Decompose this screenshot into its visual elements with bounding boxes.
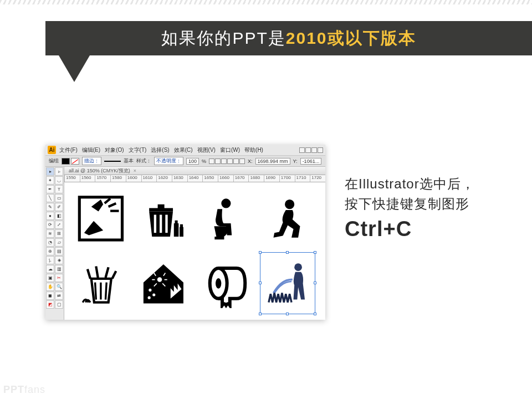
zoom-tool-icon[interactable]: 🔍 <box>55 283 63 291</box>
brush-tool-icon[interactable]: ✎ <box>46 203 54 211</box>
scale-tool-icon[interactable]: ⤢ <box>55 221 63 229</box>
svg-rect-2 <box>160 215 162 233</box>
menu-object[interactable]: 对象(O) <box>104 146 125 154</box>
document-tab-label: all.ai @ 150% (CMYK/预览) <box>69 167 130 175</box>
keyboard-shortcut: Ctrl+C <box>345 217 532 241</box>
line-tool-icon[interactable]: ╲ <box>46 194 54 202</box>
style-label: 样式： <box>136 157 151 165</box>
menu-edit[interactable]: 编辑(E) <box>81 146 101 154</box>
lasso-tool-icon[interactable]: ◡ <box>55 176 63 185</box>
instruction-line-1: 在Illustrator选中后， <box>345 174 532 194</box>
illustrator-canvas <box>64 182 325 320</box>
instruction-line-2: 按下快捷键复制图形 <box>345 194 532 214</box>
fill-swatch-icon[interactable] <box>62 158 70 165</box>
decorative-stripes <box>0 0 532 4</box>
title-bar: 如果你的PPT是2010或以下版本 <box>45 21 532 55</box>
art-trash-bottles-icon[interactable] <box>134 188 193 249</box>
svg-point-6 <box>285 200 295 209</box>
svg-point-9 <box>152 294 155 296</box>
watermark-suffix: Fans <box>24 384 45 395</box>
menu-window[interactable]: 窗口(W) <box>219 146 241 154</box>
stroke-preview-icon <box>104 161 121 162</box>
align-icons[interactable] <box>209 158 245 164</box>
art-toilet-paper-icon[interactable] <box>197 253 256 314</box>
swap-fill-icon[interactable]: ⇄ <box>55 291 63 300</box>
gradient-tool-icon[interactable]: ▤ <box>55 247 63 255</box>
rect-tool-icon[interactable]: ▭ <box>55 194 63 202</box>
stroke-label[interactable]: 描边： <box>82 157 101 165</box>
free-transform-tool-icon[interactable]: ⊞ <box>55 229 63 238</box>
illustrator-options-bar: 编组 描边： 基本 样式： 不透明度： 100 % X: 1698.994 mm… <box>45 156 325 167</box>
fill-stroke-icon[interactable]: ◼ <box>46 291 54 300</box>
title-arrow-icon <box>59 55 90 82</box>
percent: % <box>202 158 206 164</box>
x-label: X: <box>248 158 253 164</box>
instruction-block: 在Illustrator选中后， 按下快捷键复制图形 Ctrl+C <box>345 174 532 241</box>
svg-point-8 <box>149 289 151 291</box>
screen-mode-icon[interactable]: ▢ <box>55 300 63 309</box>
document-tab[interactable]: all.ai @ 150% (CMYK/预览) × <box>64 167 325 175</box>
illustrator-menu-bar: Ai 文件(F) 编辑(E) 对象(O) 文字(T) 选择(S) 效果(C) 视… <box>45 145 325 156</box>
watermark-brand: PPT <box>3 384 24 395</box>
pencil-tool-icon[interactable]: ✐ <box>55 203 63 211</box>
graph-tool-icon[interactable]: ▥ <box>55 265 63 273</box>
width-tool-icon[interactable]: ≋ <box>46 229 54 238</box>
group-label: 编组 <box>49 157 59 165</box>
direct-select-tool-icon[interactable]: ▹ <box>55 167 63 176</box>
svg-point-4 <box>222 198 231 208</box>
close-tab-icon[interactable]: × <box>134 168 136 173</box>
watermark: PPTFans <box>3 384 45 396</box>
menu-select[interactable]: 选择(S) <box>150 146 170 154</box>
symbol-tool-icon[interactable]: ☁ <box>46 265 54 273</box>
svg-rect-5 <box>215 237 224 239</box>
menu-view[interactable]: 视图(V) <box>196 146 217 154</box>
perspective-tool-icon[interactable]: ▱ <box>55 238 63 247</box>
shape-builder-tool-icon[interactable]: ◔ <box>46 238 54 247</box>
horizontal-ruler: 1550156015701580160016101620163016401650… <box>64 175 325 182</box>
opacity-value[interactable]: 100 <box>186 158 199 165</box>
x-value: 1698.994 mm <box>255 158 290 165</box>
art-trash-peel-icon[interactable] <box>71 253 130 314</box>
svg-point-7 <box>157 277 162 282</box>
illustrator-toolbox[interactable]: ▸▹ ✦◡ ✒T ╲▭ ✎✐ ●◧ ⟳⤢ ≋⊞ ◔▱ ⊕▤ ⍼◈ ☁▥ ▣✂ ✋… <box>45 167 64 320</box>
slice-tool-icon[interactable]: ✂ <box>55 274 63 282</box>
menu-file[interactable]: 文件(F) <box>58 146 79 154</box>
basic-label: 基本 <box>124 157 134 165</box>
selection-tool-icon[interactable]: ▸ <box>46 167 54 176</box>
wand-tool-icon[interactable]: ✦ <box>46 176 54 185</box>
y-value: -1061... <box>300 158 322 165</box>
menu-type[interactable]: 文字(T) <box>127 146 148 154</box>
menu-effect[interactable]: 效果(C) <box>173 146 194 154</box>
mesh-tool-icon[interactable]: ⊕ <box>46 247 54 255</box>
eyedropper-tool-icon[interactable]: ⍼ <box>46 256 54 264</box>
art-house-spider-icon[interactable] <box>134 253 193 314</box>
title-highlight: 2010或以下版本 <box>286 29 416 47</box>
art-shoe-hand-icon[interactable] <box>71 188 130 249</box>
color-icon[interactable]: ◩ <box>46 300 54 309</box>
illustrator-logo-icon: Ai <box>48 146 56 154</box>
hand-tool-icon[interactable]: ✋ <box>46 283 54 291</box>
svg-rect-1 <box>154 215 156 233</box>
title-prefix: 如果你的PPT是 <box>161 29 285 47</box>
pen-tool-icon[interactable]: ✒ <box>46 185 54 193</box>
blend-tool-icon[interactable]: ◈ <box>55 256 63 264</box>
menu-quick-icons <box>299 147 323 153</box>
rotate-tool-icon[interactable]: ⟳ <box>46 221 54 229</box>
blob-tool-icon[interactable]: ● <box>46 212 54 220</box>
svg-rect-3 <box>165 215 167 233</box>
artboard-tool-icon[interactable]: ▣ <box>46 274 54 282</box>
svg-point-10 <box>148 296 151 299</box>
y-label: Y: <box>293 158 298 164</box>
selection-bounding-box[interactable] <box>260 252 315 314</box>
type-tool-icon[interactable]: T <box>55 185 63 193</box>
stroke-swatch-icon[interactable] <box>71 158 79 165</box>
menu-help[interactable]: 帮助(H) <box>243 146 264 154</box>
svg-point-12 <box>216 278 221 289</box>
eraser-tool-icon[interactable]: ◧ <box>55 212 63 220</box>
opacity-label[interactable]: 不透明度： <box>154 157 183 165</box>
art-squatting-icon[interactable] <box>259 188 319 249</box>
illustrator-screenshot: Ai 文件(F) 编辑(E) 对象(O) 文字(T) 选择(S) 效果(C) 视… <box>45 145 325 320</box>
art-toilet-sitting-icon[interactable] <box>197 188 256 249</box>
